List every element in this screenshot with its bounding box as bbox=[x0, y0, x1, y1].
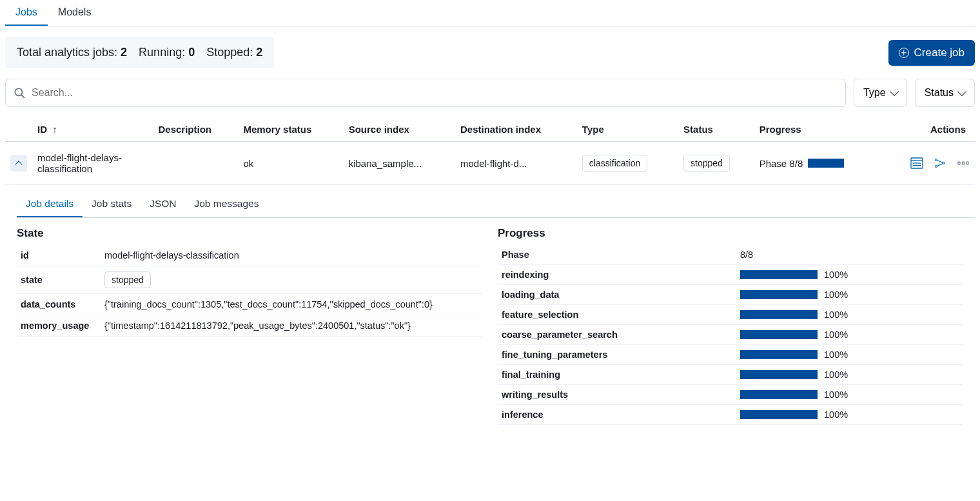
progress-phase-label: Phase bbox=[498, 245, 736, 265]
filter-status-dropdown[interactable]: Status bbox=[915, 79, 975, 107]
col-dest[interactable]: Destination index bbox=[455, 117, 577, 142]
progress-bar bbox=[740, 370, 818, 379]
progress-pct: 100% bbox=[824, 270, 848, 280]
total-value: 2 bbox=[121, 46, 127, 59]
more-actions-icon[interactable] bbox=[957, 157, 970, 169]
col-source[interactable]: Source index bbox=[344, 117, 455, 142]
tab-json[interactable]: JSON bbox=[141, 192, 185, 217]
plus-circle-icon bbox=[899, 48, 909, 58]
state-state-badge: stopped bbox=[104, 271, 151, 288]
type-badge: classification bbox=[582, 155, 647, 172]
chevron-down-icon bbox=[957, 87, 966, 96]
svg-point-8 bbox=[943, 162, 945, 164]
svg-rect-12 bbox=[963, 162, 965, 164]
search-icon bbox=[14, 87, 25, 99]
progress-pct: 100% bbox=[824, 290, 848, 300]
col-type[interactable]: Type bbox=[577, 117, 678, 142]
svg-point-6 bbox=[936, 159, 937, 161]
view-details-icon[interactable] bbox=[910, 157, 923, 169]
sort-asc-icon: ↑ bbox=[52, 124, 57, 135]
svg-point-7 bbox=[936, 166, 937, 168]
progress-bar bbox=[740, 410, 818, 419]
state-mu-label: memory_usage bbox=[17, 315, 101, 337]
col-id[interactable]: ID ↑ bbox=[32, 117, 153, 142]
col-status[interactable]: Status bbox=[678, 117, 754, 142]
progress-pct: 100% bbox=[824, 349, 848, 360]
progress-pct: 100% bbox=[824, 309, 848, 320]
progress-item-label: reindexing bbox=[498, 265, 736, 285]
main-tab-bar: Jobs Models bbox=[5, 0, 975, 26]
progress-item-label: final_training bbox=[498, 365, 736, 385]
progress-bar bbox=[808, 159, 844, 168]
filter-type-dropdown[interactable]: Type bbox=[854, 79, 907, 107]
progress-pct: 100% bbox=[824, 369, 848, 380]
cell-description bbox=[153, 142, 239, 185]
progress-bar bbox=[740, 350, 818, 359]
cell-id: model-flight-delays-classification bbox=[32, 142, 153, 185]
progress-item-label: loading_data bbox=[498, 285, 736, 305]
progress-item-label: writing_results bbox=[498, 385, 736, 405]
state-panel: State idmodel-flight-delays-classificati… bbox=[17, 227, 482, 425]
tab-job-details[interactable]: Job details bbox=[17, 192, 83, 217]
total-label: Total analytics jobs: bbox=[17, 46, 117, 59]
state-dc-value: {"training_docs_count":1305,"test_docs_c… bbox=[101, 294, 482, 315]
search-box[interactable] bbox=[5, 79, 846, 107]
create-job-label: Create job bbox=[914, 46, 965, 59]
progress-panel: Progress Phase8/8 reindexing100% loading… bbox=[498, 227, 963, 425]
detail-tab-bar: Job details Job stats JSON Job messages bbox=[17, 192, 975, 218]
progress-item-label: inference bbox=[498, 405, 736, 425]
tab-job-stats[interactable]: Job stats bbox=[83, 192, 141, 217]
expand-toggle-button[interactable] bbox=[10, 155, 27, 172]
tab-job-messages[interactable]: Job messages bbox=[185, 192, 268, 217]
status-badge: stopped bbox=[683, 155, 730, 172]
table-row: model-flight-delays-classification ok ki… bbox=[5, 142, 975, 185]
col-memory[interactable]: Memory status bbox=[238, 117, 343, 142]
stats-summary: Total analytics jobs: 2 Running: 0 Stopp… bbox=[5, 37, 274, 68]
col-progress[interactable]: Progress bbox=[754, 117, 882, 142]
col-description[interactable]: Description bbox=[153, 117, 239, 142]
svg-line-10 bbox=[937, 164, 943, 166]
chevron-up-icon bbox=[15, 161, 22, 168]
svg-point-0 bbox=[15, 88, 22, 95]
state-id-label: id bbox=[17, 245, 101, 266]
tab-jobs[interactable]: Jobs bbox=[5, 0, 48, 26]
progress-item-label: feature_selection bbox=[498, 305, 736, 325]
state-mu-value: {"timestamp":1614211813792,"peak_usage_b… bbox=[101, 315, 482, 337]
phase-label: Phase 8/8 bbox=[760, 158, 803, 169]
stopped-value: 2 bbox=[256, 46, 262, 59]
filter-status-label: Status bbox=[925, 87, 954, 99]
progress-bar bbox=[740, 330, 818, 339]
cell-dest: model-flight-d... bbox=[455, 142, 577, 185]
progress-bar bbox=[740, 390, 818, 399]
progress-bar bbox=[740, 310, 818, 319]
col-actions: Actions bbox=[881, 117, 975, 142]
progress-pct: 100% bbox=[824, 409, 848, 420]
state-state-label: state bbox=[17, 266, 101, 294]
stopped-label: Stopped: bbox=[206, 46, 253, 59]
progress-heading: Progress bbox=[498, 227, 963, 240]
progress-item-label: coarse_parameter_search bbox=[498, 325, 736, 345]
tab-models[interactable]: Models bbox=[48, 0, 102, 26]
state-id-value: model-flight-delays-classification bbox=[101, 245, 482, 266]
create-job-button[interactable]: Create job bbox=[888, 40, 975, 66]
svg-line-9 bbox=[937, 161, 943, 163]
running-value: 0 bbox=[188, 46, 195, 59]
running-label: Running: bbox=[139, 46, 185, 59]
svg-rect-13 bbox=[966, 162, 968, 164]
progress-bar bbox=[740, 270, 818, 279]
progress-bar bbox=[740, 290, 818, 299]
state-dc-label: data_counts bbox=[17, 294, 101, 315]
jobs-table: ID ↑ Description Memory status Source in… bbox=[5, 117, 975, 185]
chevron-down-icon bbox=[890, 87, 899, 96]
progress-pct: 100% bbox=[824, 389, 848, 400]
state-heading: State bbox=[17, 227, 482, 240]
cell-memory: ok bbox=[238, 142, 343, 185]
progress-item-label: fine_tuning_parameters bbox=[498, 345, 736, 365]
search-input[interactable] bbox=[25, 87, 838, 99]
progress-phase-value: 8/8 bbox=[736, 245, 963, 265]
progress-pct: 100% bbox=[824, 329, 848, 340]
cell-source: kibana_sample... bbox=[344, 142, 455, 185]
svg-line-1 bbox=[21, 95, 24, 98]
graph-view-icon[interactable] bbox=[934, 157, 946, 169]
svg-rect-11 bbox=[958, 162, 960, 164]
